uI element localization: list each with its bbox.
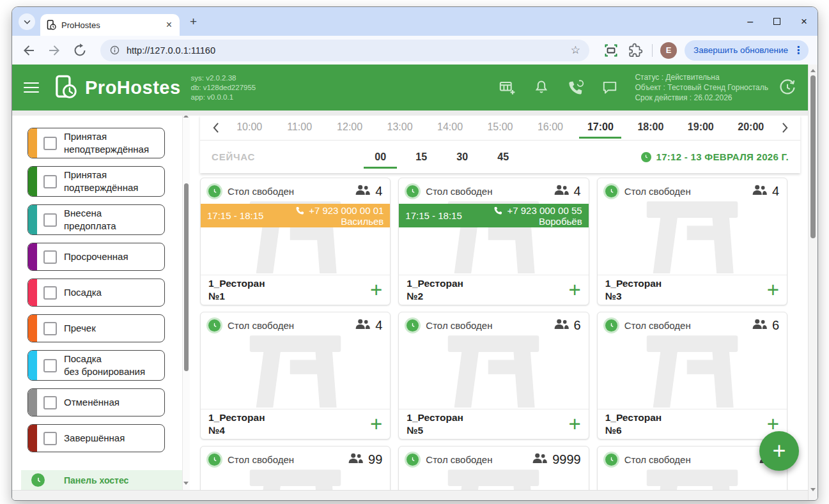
browser-window: ProHostes × + – × http://127.0.0.1:11160… <box>12 6 818 501</box>
legend-item[interactable]: Отменённая <box>27 388 165 416</box>
hour-tab[interactable]: 20:00 <box>726 116 776 140</box>
zone-name: 1_Ресторан <box>407 411 463 424</box>
profile-avatar[interactable]: E <box>660 42 677 59</box>
legend-checkbox[interactable] <box>43 286 57 300</box>
finish-update-button[interactable]: Завершить обновление ⋮ <box>685 40 809 61</box>
legend-item[interactable]: Просроченная <box>27 243 165 271</box>
tab-close-icon[interactable]: × <box>164 19 174 31</box>
hour-tab[interactable]: 18:00 <box>626 116 676 140</box>
legend-color-strip <box>28 243 37 270</box>
hour-tab[interactable]: 10:00 <box>224 116 274 140</box>
legend-item[interactable]: Внесенапредоплата <box>27 204 165 235</box>
add-reservation-button[interactable]: + <box>370 415 382 433</box>
legend-checkbox[interactable] <box>43 359 57 372</box>
add-table-icon[interactable] <box>499 79 516 96</box>
hour-tab[interactable]: 19:00 <box>676 116 725 140</box>
call-refresh-icon[interactable] <box>567 79 584 96</box>
horizontal-scrollbar[interactable] <box>12 490 808 500</box>
page-scrollbar-thumb[interactable] <box>810 75 816 238</box>
legend-item[interactable]: Посадка <box>27 279 165 307</box>
legend-checkbox[interactable] <box>43 213 57 227</box>
reservation-bar[interactable]: 17:15 - 18:15 +7 923 000 00 01 Васильев <box>201 204 390 227</box>
legend-label: Пречек <box>64 322 96 335</box>
legend-checkbox[interactable] <box>43 396 57 409</box>
url-text[interactable]: http://127.0.0.1:11160 <box>127 45 571 56</box>
tab-capture-icon[interactable] <box>603 43 619 58</box>
site-info-icon[interactable] <box>109 45 120 56</box>
page-scroll-up-icon[interactable] <box>810 69 816 72</box>
address-bar[interactable]: http://127.0.0.1:11160 ☆ <box>100 40 589 61</box>
table-card[interactable]: Стол свободен 99 + <box>200 446 391 490</box>
add-reservation-button[interactable]: + <box>370 281 382 299</box>
timeline-prev-button[interactable] <box>206 119 224 137</box>
legend-checkbox[interactable] <box>43 175 57 188</box>
legend-checkbox[interactable] <box>43 250 57 264</box>
table-card-body <box>598 338 787 409</box>
reload-button[interactable] <box>72 43 88 58</box>
bookmark-star-icon[interactable]: ☆ <box>571 43 580 57</box>
add-reservation-button[interactable]: + <box>767 415 779 433</box>
sidebar-scrollbar-thumb[interactable] <box>184 183 189 371</box>
phone-icon <box>295 206 304 215</box>
legend-checkbox[interactable] <box>43 137 57 150</box>
legend-item[interactable]: Пречек <box>27 314 165 342</box>
hour-tab[interactable]: 14:00 <box>425 116 475 140</box>
page-scrollbar[interactable] <box>808 65 817 500</box>
table-card[interactable]: Стол свободен 4 17:15 - 18:15 <box>200 178 391 305</box>
window-maximize-button[interactable] <box>773 18 780 25</box>
minute-tab[interactable]: 15 <box>403 151 439 163</box>
menu-hamburger-icon[interactable] <box>24 82 39 93</box>
hour-tab[interactable]: 15:00 <box>475 116 525 140</box>
hour-tab[interactable]: 16:00 <box>525 116 575 140</box>
legend-item[interactable]: Принятаяподтверждённая <box>27 166 165 197</box>
hostess-panel-item[interactable]: Панель хостес <box>21 470 182 490</box>
browser-titlebar: ProHostes × + – × <box>12 7 817 36</box>
legend-checkbox[interactable] <box>43 432 57 445</box>
timeline-next-button[interactable] <box>776 119 794 137</box>
current-datetime: 17:12 - 13 ФЕВРАЛЯ 2026 Г. <box>641 151 789 162</box>
hour-tab[interactable]: 17:00 <box>575 116 625 140</box>
table-card[interactable]: Стол свободен 9999 <box>398 446 589 490</box>
legend-item[interactable]: Завершённая <box>27 424 165 452</box>
table-clock-icon <box>407 319 419 332</box>
table-card[interactable]: Стол свободен 6 1_Ресторан №6 <box>597 312 787 439</box>
legend-item[interactable]: Посадкабез бронирования <box>27 350 165 381</box>
table-card[interactable]: Стол свободен 4 1_Ресторан №3 <box>597 178 787 305</box>
table-card[interactable]: Стол свободен 4 1_Ресторан №4 <box>200 312 391 439</box>
hour-tab[interactable]: 13:00 <box>375 116 424 140</box>
sidebar-scroll-up-icon[interactable] <box>183 114 189 118</box>
minute-tab[interactable]: 00 <box>362 151 398 163</box>
fab-add-button[interactable]: + <box>759 431 799 471</box>
page-scroll-down-icon[interactable] <box>810 488 816 491</box>
legend-item[interactable]: Принятаянеподтверждённая <box>27 128 165 158</box>
forward-button[interactable] <box>47 43 62 58</box>
chat-icon[interactable] <box>601 79 618 96</box>
hour-tab[interactable]: 11:00 <box>274 116 324 140</box>
notifications-bell-icon[interactable] <box>533 79 550 96</box>
new-tab-button[interactable]: + <box>190 15 197 27</box>
back-button[interactable] <box>21 43 36 58</box>
browser-menu-icon[interactable]: ⋮ <box>793 44 803 56</box>
table-card[interactable]: Стол свободен 6 1_Ресторан №5 <box>398 312 589 439</box>
window-minimize-button[interactable]: – <box>747 16 753 27</box>
add-reservation-button[interactable]: + <box>568 281 580 299</box>
window-close-button[interactable]: × <box>801 15 807 28</box>
extensions-icon[interactable] <box>628 43 643 58</box>
tab-search-button[interactable] <box>19 13 35 30</box>
phone-icon <box>493 206 502 215</box>
hour-tab[interactable]: 12:00 <box>325 116 375 140</box>
legend-label: Внесенапредоплата <box>64 207 116 233</box>
table-status-label: Стол свободен <box>624 186 691 197</box>
zone-name: 1_Ресторан <box>208 411 265 424</box>
reservation-bar[interactable]: 17:15 - 18:15 +7 923 000 00 55 Воробьёв <box>399 204 588 227</box>
sidebar-scroll-down-icon[interactable] <box>183 482 189 485</box>
browser-tab[interactable]: ProHostes × <box>40 14 180 36</box>
add-reservation-button[interactable]: + <box>767 281 779 299</box>
sidebar-scrollbar[interactable] <box>182 111 190 490</box>
legend-checkbox[interactable] <box>43 322 57 335</box>
history-refresh-icon[interactable] <box>779 79 796 96</box>
add-reservation-button[interactable]: + <box>568 415 580 433</box>
table-card[interactable]: Стол свободен 4 17:15 - 18:15 <box>398 178 589 305</box>
minute-tab[interactable]: 30 <box>444 151 480 163</box>
minute-tab[interactable]: 45 <box>485 151 521 163</box>
